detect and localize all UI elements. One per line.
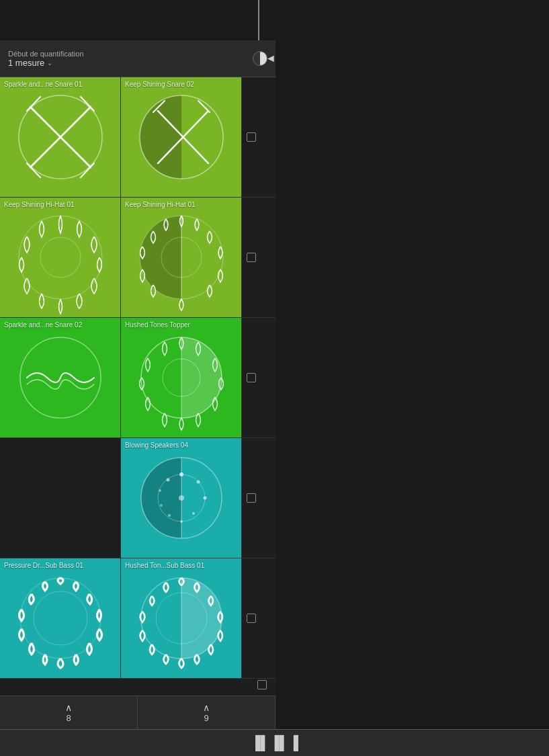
svg-line-3 (27, 97, 40, 111)
svg-line-6 (81, 163, 94, 177)
loop-cell[interactable]: Hushed Ton...Sub Bass 01 (121, 558, 242, 678)
loop-cell[interactable]: Sparkle and...ne Snare 01 (0, 77, 121, 197)
row-checkbox[interactable] (247, 614, 256, 623)
svg-point-35 (34, 591, 87, 645)
piano-icon[interactable]: ▐▌▐▌▐ (251, 735, 298, 751)
bottom-checkbox-area (253, 669, 271, 700)
row-checkbox-area (242, 132, 261, 142)
svg-point-26 (192, 512, 195, 515)
row-checkbox[interactable] (247, 253, 256, 262)
grid-row: Blowing Speakers 04 (0, 438, 276, 558)
svg-point-29 (160, 504, 163, 507)
bottom-checkbox[interactable] (257, 680, 267, 689)
row-checkbox[interactable] (247, 493, 256, 503)
track-9-button[interactable]: ∧ 9 (138, 696, 276, 729)
grid-row: Sparkle and...ne Snare 01 Keep Shining S… (0, 77, 276, 198)
row-checkbox-area (242, 373, 261, 382)
row-checkbox-area (242, 614, 261, 623)
track-8-number: 8 (66, 713, 71, 723)
loop-cell[interactable]: Sparkle and...ne Snare 02 (0, 318, 121, 437)
svg-point-30 (159, 489, 161, 492)
track-9-number: 9 (204, 713, 208, 723)
loop-cell[interactable]: Hushed Tones Topper (121, 318, 242, 437)
grid-row: Keep Shining Hi-Hat 01 (0, 198, 276, 318)
loop-cell[interactable]: Keep Shining Hi-Hat 01 (0, 198, 121, 317)
svg-line-5 (27, 163, 40, 177)
track-up-arrow-icon: ∧ (203, 702, 210, 713)
loop-cell[interactable]: Blowing Speakers 04 (121, 438, 242, 558)
grid-row: Pressure Dr...Sub Bass 01 (0, 558, 276, 679)
track-up-arrow-icon: ∧ (65, 702, 72, 713)
loop-grid: Sparkle and...ne Snare 01 Keep Shining S… (0, 77, 276, 702)
svg-point-28 (168, 514, 171, 517)
loop-cell-empty (0, 438, 121, 558)
piano-bar: ▐▌▐▌▐ (0, 729, 549, 756)
grid-row: Sparkle and...ne Snare 02 Hushed Tones T… (0, 318, 276, 438)
header-bar: Début de quantification 1 mesure ⌄ (0, 40, 276, 77)
row-checkbox-area (242, 493, 261, 503)
track-8-button[interactable]: ∧ 8 (0, 696, 138, 729)
main-container: Début de quantification 1 mesure ⌄ ◄► Sp… (0, 0, 549, 756)
loop-cell[interactable]: Keep Shining Hi-Hat 01 (121, 198, 242, 317)
svg-point-25 (204, 497, 207, 500)
svg-line-4 (81, 97, 94, 111)
svg-point-34 (20, 578, 101, 659)
svg-point-24 (197, 480, 200, 484)
chevron-down-icon[interactable]: ⌄ (47, 59, 52, 67)
quantize-info: Début de quantification 1 mesure ⌄ (8, 50, 84, 68)
svg-point-31 (167, 478, 170, 482)
measure-value: 1 mesure ⌄ (8, 58, 84, 68)
svg-point-12 (19, 216, 102, 299)
right-panel (276, 0, 549, 729)
svg-point-13 (40, 237, 81, 278)
row-checkbox[interactable] (247, 373, 256, 382)
row-checkbox-area (242, 253, 261, 262)
loop-cell[interactable]: Pressure Dr...Sub Bass 01 (0, 558, 121, 678)
row-checkbox[interactable] (247, 132, 256, 142)
loop-cell[interactable]: Keep Shining Snare 02 (121, 77, 242, 197)
bottom-track-bar: ∧ 8 ∧ 9 (0, 696, 276, 729)
quantize-label: Début de quantification (8, 50, 84, 58)
